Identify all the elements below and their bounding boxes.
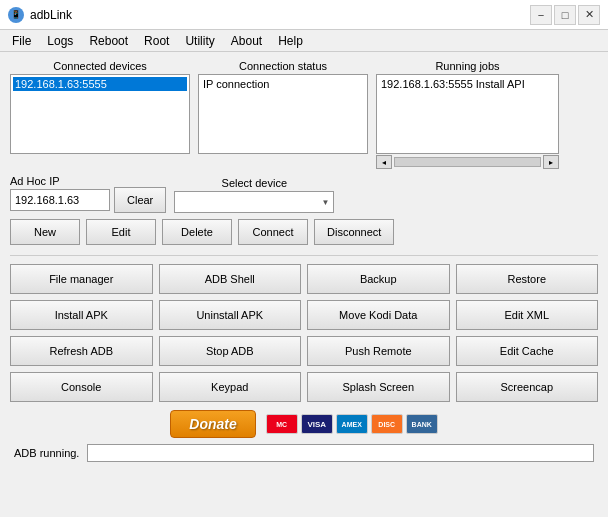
adb-shell-button[interactable]: ADB Shell (159, 264, 302, 294)
adhoc-ip-input[interactable] (10, 189, 110, 211)
status-label: ADB running. (14, 447, 79, 459)
donate-button[interactable]: Donate (170, 410, 255, 438)
connected-devices-list[interactable]: 192.168.1.63:5555 (10, 74, 190, 154)
window-controls: − □ ✕ (530, 5, 600, 25)
running-job-item: 192.168.1.63:5555 Install API (379, 77, 556, 91)
mastercard-icon: MC (266, 414, 298, 434)
bank-icon: BANK (406, 414, 438, 434)
visa-icon: VISA (301, 414, 333, 434)
title-bar: 📱 adbLink − □ ✕ (0, 0, 608, 30)
adhoc-label: Ad Hoc IP (10, 175, 166, 187)
stop-adb-button[interactable]: Stop ADB (159, 336, 302, 366)
menu-logs[interactable]: Logs (39, 32, 81, 50)
adhoc-group: Ad Hoc IP Clear (10, 175, 166, 213)
menu-bar: File Logs Reboot Root Utility About Help (0, 30, 608, 52)
minimize-button[interactable]: − (530, 5, 552, 25)
connect-button[interactable]: Connect (238, 219, 308, 245)
install-apk-button[interactable]: Install APK (10, 300, 153, 330)
window-title: adbLink (30, 8, 530, 22)
uninstall-apk-button[interactable]: Uninstall APK (159, 300, 302, 330)
menu-reboot[interactable]: Reboot (81, 32, 136, 50)
main-content: Connected devices 192.168.1.63:5555 Conn… (0, 52, 608, 470)
connection-status-label: Connection status (198, 60, 368, 72)
actions-row: New Edit Delete Connect Disconnect (10, 219, 598, 245)
divider (10, 255, 598, 256)
payment-icons: MC VISA AMEX DISC BANK (266, 414, 438, 434)
edit-cache-button[interactable]: Edit Cache (456, 336, 599, 366)
menu-help[interactable]: Help (270, 32, 311, 50)
splash-screen-button[interactable]: Splash Screen (307, 372, 450, 402)
push-remote-button[interactable]: Push Remote (307, 336, 450, 366)
running-jobs-panel: Running jobs 192.168.1.63:5555 Install A… (376, 60, 559, 169)
menu-root[interactable]: Root (136, 32, 177, 50)
status-value (87, 444, 594, 462)
discover-icon: DISC (371, 414, 403, 434)
connected-devices-panel: Connected devices 192.168.1.63:5555 (10, 60, 190, 169)
restore-button[interactable]: Restore (456, 264, 599, 294)
connected-device-item[interactable]: 192.168.1.63:5555 (13, 77, 187, 91)
new-button[interactable]: New (10, 219, 80, 245)
tools-grid: File manager ADB Shell Backup Restore In… (10, 264, 598, 402)
edit-button[interactable]: Edit (86, 219, 156, 245)
select-device-label: Select device (222, 177, 287, 189)
backup-button[interactable]: Backup (307, 264, 450, 294)
menu-file[interactable]: File (4, 32, 39, 50)
keypad-button[interactable]: Keypad (159, 372, 302, 402)
donate-row: Donate MC VISA AMEX DISC BANK (10, 410, 598, 438)
file-manager-button[interactable]: File manager (10, 264, 153, 294)
top-panels: Connected devices 192.168.1.63:5555 Conn… (10, 60, 598, 169)
connection-status-list[interactable]: IP connection (198, 74, 368, 154)
menu-utility[interactable]: Utility (177, 32, 222, 50)
disconnect-button[interactable]: Disconnect (314, 219, 394, 245)
delete-button[interactable]: Delete (162, 219, 232, 245)
scroll-track[interactable] (394, 157, 541, 167)
status-row: ADB running. (10, 444, 598, 462)
scroll-right-arrow[interactable]: ▸ (543, 155, 559, 169)
close-button[interactable]: ✕ (578, 5, 600, 25)
refresh-adb-button[interactable]: Refresh ADB (10, 336, 153, 366)
running-jobs-label: Running jobs (376, 60, 559, 72)
combo-arrow-icon: ▼ (321, 198, 329, 207)
connection-status-item: IP connection (201, 77, 365, 91)
menu-about[interactable]: About (223, 32, 270, 50)
move-kodi-data-button[interactable]: Move Kodi Data (307, 300, 450, 330)
jobs-scrollbar[interactable]: ◂ ▸ (376, 155, 559, 169)
select-device-combo[interactable]: ▼ (174, 191, 334, 213)
edit-xml-button[interactable]: Edit XML (456, 300, 599, 330)
select-device-group: Select device ▼ (174, 177, 334, 213)
connection-status-panel: Connection status IP connection (198, 60, 368, 169)
app-icon: 📱 (8, 7, 24, 23)
running-jobs-list[interactable]: 192.168.1.63:5555 Install API (376, 74, 559, 154)
amex-icon: AMEX (336, 414, 368, 434)
connected-devices-label: Connected devices (10, 60, 190, 72)
clear-button[interactable]: Clear (114, 187, 166, 213)
maximize-button[interactable]: □ (554, 5, 576, 25)
screencap-button[interactable]: Screencap (456, 372, 599, 402)
console-button[interactable]: Console (10, 372, 153, 402)
scroll-left-arrow[interactable]: ◂ (376, 155, 392, 169)
